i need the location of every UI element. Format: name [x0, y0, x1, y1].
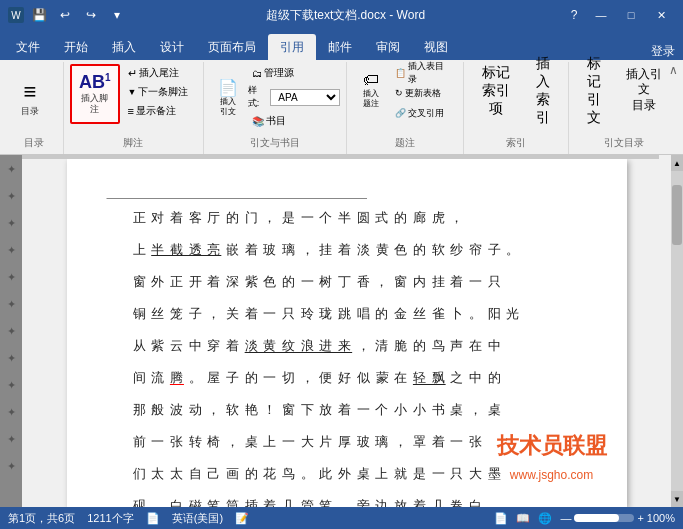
word-icon: W: [8, 7, 24, 23]
sidebar-mark: ✦: [7, 244, 16, 257]
save-button[interactable]: 💾: [28, 4, 50, 26]
insert-index-button[interactable]: 插入索引: [524, 64, 562, 116]
sidebar-mark: ✦: [7, 271, 16, 284]
mulu-group-label: 目录: [24, 136, 44, 150]
yinyongmulu-group-label: 引文目录: [604, 136, 644, 150]
zoom-in-button[interactable]: +: [637, 512, 643, 524]
word-count: 1211个字: [87, 511, 133, 526]
ribbon-group-suoyin: 标记索引项 插入索引 索引: [464, 62, 569, 154]
sidebar-mark: ✦: [7, 298, 16, 311]
scroll-down-button[interactable]: ▼: [671, 491, 683, 507]
bibliography-button[interactable]: 📚书目: [248, 112, 340, 130]
scrollbar-vertical[interactable]: ▲ ▼: [671, 155, 683, 507]
mark-entry-button[interactable]: 标记索引项: [470, 64, 522, 116]
tab-review[interactable]: 审阅: [364, 34, 412, 60]
zoom-control: — + 100%: [560, 512, 675, 524]
login-label[interactable]: 登录: [651, 43, 675, 60]
cross-reference-button[interactable]: 🔗交叉引用: [391, 104, 457, 122]
sidebar-marks: ✦ ✦ ✦ ✦ ✦ ✦ ✦ ✦ ✦ ✦ ✦ ✦: [0, 155, 22, 507]
update-table-button[interactable]: ↻更新表格: [391, 84, 457, 102]
doc-area: ✦ ✦ ✦ ✦ ✦ ✦ ✦ ✦ ✦ ✦ ✦ ✦: [0, 155, 683, 507]
page-info: 第1页，共6页: [8, 511, 75, 526]
language-label: 英语(美国): [172, 511, 223, 526]
close-button[interactable]: ✕: [647, 4, 675, 26]
insert-footnote-button[interactable]: AB1 插入脚注: [74, 68, 116, 120]
title-bar-left: W 💾 ↩ ↪ ▾: [8, 4, 128, 26]
customize-button[interactable]: ▾: [106, 4, 128, 26]
insert-jiaozhu-box: AB1 插入脚注: [70, 64, 120, 124]
suoyin-group-label: 索引: [506, 136, 526, 150]
mark-citation-button[interactable]: 标记引文: [575, 64, 613, 116]
maximize-button[interactable]: □: [617, 4, 645, 26]
mulu-button[interactable]: ≡ 目录: [10, 70, 50, 128]
sidebar-mark: ✦: [7, 379, 16, 392]
language-icon: 📄: [146, 512, 160, 525]
tab-mail[interactable]: 邮件: [316, 34, 364, 60]
tab-start[interactable]: 开始: [52, 34, 100, 60]
next-footnote-button[interactable]: ▼下一条脚注: [124, 83, 197, 101]
title-bar: W 💾 ↩ ↪ ▾ 超级下载text文档.docx - Word ? — □ ✕: [0, 0, 683, 30]
sidebar-mark: ✦: [7, 352, 16, 365]
tizhu-group-label: 题注: [395, 136, 415, 150]
sidebar-mark: ✦: [7, 325, 16, 338]
insert-table-of-figures-button[interactable]: 📋插入表目录: [391, 64, 457, 82]
sidebar-mark: ✦: [7, 190, 16, 203]
minimize-button[interactable]: —: [587, 4, 615, 26]
doc-scroll-area: 正 对 着 客 厅 的 门 ， 是 一 个 半 圆 式 的 廊 虎 ， 上 半 …: [22, 155, 671, 507]
insert-endnote-button[interactable]: ↵插入尾注: [124, 64, 197, 82]
scroll-up-button[interactable]: ▲: [671, 155, 683, 171]
sidebar-mark: ✦: [7, 433, 16, 446]
zoom-out-button[interactable]: —: [560, 512, 571, 524]
zoom-bar-fill: [574, 514, 619, 522]
title-bar-controls: ? — □ ✕: [563, 4, 675, 26]
doc-page[interactable]: 正 对 着 客 厅 的 门 ， 是 一 个 半 圆 式 的 廊 虎 ， 上 半 …: [67, 159, 627, 507]
zoom-bar[interactable]: [574, 514, 634, 522]
footnote-small-buttons: ↵插入尾注 ▼下一条脚注 ≡显示备注: [124, 64, 197, 120]
tab-view[interactable]: 视图: [412, 34, 460, 60]
tab-insert[interactable]: 插入: [100, 34, 148, 60]
undo-button[interactable]: ↩: [54, 4, 76, 26]
view-web-icon[interactable]: 🌐: [538, 512, 552, 525]
tab-design[interactable]: 设计: [148, 34, 196, 60]
title-bar-title: 超级下载text文档.docx - Word: [128, 7, 563, 24]
insert-caption-button[interactable]: 🏷 插入题注: [353, 64, 389, 116]
insert-table-of-authorities-button[interactable]: 插入引文目录: [615, 64, 673, 116]
jiaozhu-group-label: 脚注: [123, 136, 143, 150]
tab-layout[interactable]: 页面布局: [196, 34, 268, 60]
status-bar-right: 📄 📖 🌐 — + 100%: [494, 512, 675, 525]
tab-references[interactable]: 引用: [268, 34, 316, 60]
ribbon-group-yinyong: 📄 插入引文 🗂管理源 样式: APA MLA Chicago: [204, 62, 347, 154]
ribbon-group-tizhu: 🏷 插入题注 📋插入表目录 ↻更新表格 🔗交叉引用 题注: [347, 62, 464, 154]
manage-source-button[interactable]: 🗂管理源: [248, 64, 340, 82]
scroll-thumb[interactable]: [672, 185, 682, 245]
zoom-level: 100%: [647, 512, 675, 524]
redo-button[interactable]: ↪: [80, 4, 102, 26]
track-changes-icon: 📝: [235, 512, 249, 525]
show-notes-button[interactable]: ≡显示备注: [124, 102, 197, 120]
ribbon: ∧ ≡ 目录 目录 AB1 插入脚注 ↵插入尾注 ▼下一: [0, 60, 683, 155]
sidebar-mark: ✦: [7, 163, 16, 176]
sidebar-mark: ✦: [7, 460, 16, 473]
ribbon-group-yinyongmulu: 标记引文 插入引文目录 引文目录: [569, 62, 679, 154]
insert-citation-button[interactable]: 📄 插入引文: [210, 71, 246, 123]
citation-style-select[interactable]: APA MLA Chicago: [270, 89, 340, 106]
ribbon-group-jiaozhu: AB1 插入脚注 ↵插入尾注 ▼下一条脚注 ≡显示备注 脚注: [64, 62, 204, 154]
help-button[interactable]: ?: [563, 4, 585, 26]
view-normal-icon[interactable]: 📄: [494, 512, 508, 525]
ribbon-group-mulu: ≡ 目录 目录: [4, 62, 64, 154]
status-bar: 第1页，共6页 1211个字 📄 英语(美国) 📝 📄 📖 🌐 — + 100%: [0, 507, 683, 529]
sidebar-mark: ✦: [7, 406, 16, 419]
view-read-icon[interactable]: 📖: [516, 512, 530, 525]
tab-file[interactable]: 文件: [4, 34, 52, 60]
sidebar-mark: ✦: [7, 217, 16, 230]
yinyong-group-label: 引文与书目: [250, 136, 300, 150]
